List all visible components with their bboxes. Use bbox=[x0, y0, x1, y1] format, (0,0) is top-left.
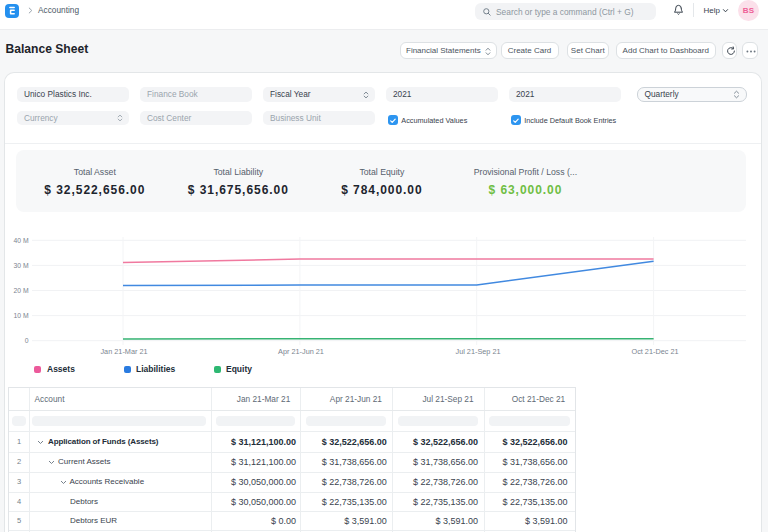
svg-text:10 M: 10 M bbox=[13, 312, 28, 319]
svg-text:40 M: 40 M bbox=[13, 237, 28, 244]
svg-text:0: 0 bbox=[25, 337, 29, 344]
svg-text:30 M: 30 M bbox=[13, 262, 28, 269]
svg-text:20 M: 20 M bbox=[13, 287, 28, 294]
